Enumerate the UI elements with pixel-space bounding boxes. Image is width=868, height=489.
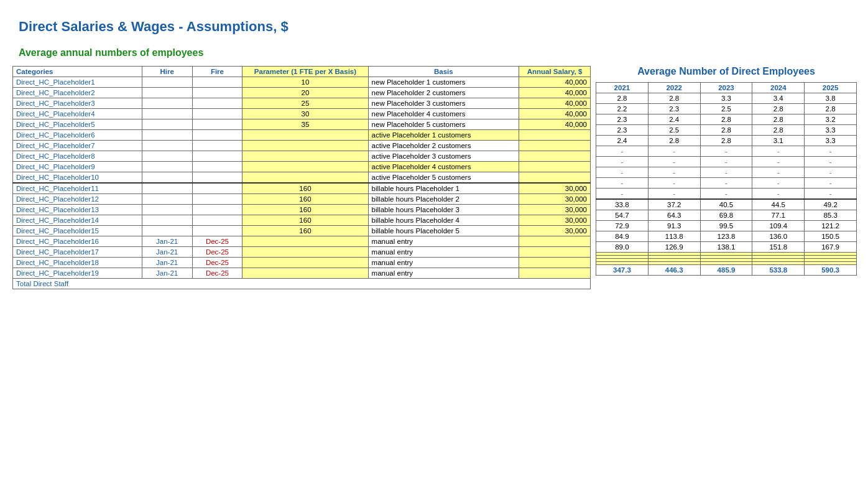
cell-value: 2.5 — [700, 104, 752, 114]
cell-salary — [519, 162, 590, 172]
table-row: Direct_HC_Placeholder13160billable hours… — [13, 205, 591, 215]
table-row: Direct_HC_Placeholder325new Placeholder … — [13, 98, 591, 109]
cell-hire — [142, 162, 192, 172]
table-row: Direct_HC_Placeholder14160billable hours… — [13, 215, 591, 226]
table-row: Direct_HC_Placeholder17Jan-21Dec-25manua… — [13, 247, 591, 258]
cell-salary: 30,000 — [519, 226, 590, 236]
cell-value: 3.8 — [805, 93, 857, 104]
cell-category: Direct_HC_Placeholder8 — [13, 151, 142, 162]
cell-value: 2.8 — [700, 136, 752, 146]
cell-fire — [192, 88, 242, 98]
table-row: Direct_HC_Placeholder11160billable hours… — [13, 183, 591, 194]
cell-fire: Dec-25 — [192, 268, 242, 279]
table-row: ----- — [596, 146, 857, 157]
cell-value: - — [648, 178, 700, 189]
cell-basis: active Placeholder 3 customers — [368, 151, 519, 162]
cell-basis: manual entry — [368, 236, 519, 247]
cell-param — [242, 151, 368, 162]
table-row: Direct_HC_Placeholder110new Placeholder … — [13, 77, 591, 88]
total-cell: 590.3 — [805, 265, 857, 276]
col-header-basis: Basis — [368, 67, 519, 77]
cell-hire: Jan-21 — [142, 268, 192, 279]
cell-hire — [142, 119, 192, 130]
cell-basis: new Placeholder 3 customers — [368, 98, 519, 109]
cell-basis: new Placeholder 2 customers — [368, 88, 519, 98]
cell-value: 72.9 — [596, 221, 649, 231]
cell-value: 2.5 — [648, 125, 700, 136]
cell-value: 2.2 — [596, 104, 649, 114]
right-section-title: Average Number of Direct Employees — [596, 66, 857, 77]
cell-value: 3.3 — [805, 136, 857, 146]
cell-salary: 30,000 — [519, 194, 590, 205]
cell-category: Direct_HC_Placeholder6 — [13, 130, 142, 141]
col-header-year: 2021 — [596, 83, 649, 93]
cell-value: - — [805, 178, 857, 189]
cell-hire — [142, 98, 192, 109]
cell-basis: new Placeholder 5 customers — [368, 119, 519, 130]
cell-value: - — [805, 157, 857, 167]
cell-hire — [142, 226, 192, 236]
cell-value: - — [700, 178, 752, 189]
cell-value: 37.2 — [648, 199, 700, 210]
cell-value: - — [648, 157, 700, 167]
cell-fire — [192, 162, 242, 172]
cell-param — [242, 247, 368, 258]
cell-value: 33.8 — [596, 199, 649, 210]
cell-salary: 40,000 — [519, 88, 590, 98]
table-row: ----- — [596, 178, 857, 189]
cell-value: 89.0 — [596, 242, 649, 253]
cell-param: 160 — [242, 215, 368, 226]
cell-salary: 30,000 — [519, 205, 590, 215]
page-title: Direct Salaries & Wages - Assumptions, $ — [19, 19, 856, 35]
cell-basis: active Placeholder 2 customers — [368, 141, 519, 151]
table-row: 2.42.82.83.13.3 — [596, 136, 857, 146]
cell-salary: 40,000 — [519, 98, 590, 109]
cell-value: 91.3 — [648, 221, 700, 231]
table-row: Direct_HC_Placeholder7active Placeholder… — [13, 141, 591, 151]
cell-value: 136.0 — [752, 231, 805, 242]
cell-param: 25 — [242, 98, 368, 109]
cell-param: 20 — [242, 88, 368, 98]
cell-basis: active Placeholder 1 customers — [368, 130, 519, 141]
cell-category: Direct_HC_Placeholder16 — [13, 236, 142, 247]
table-row: Direct_HC_Placeholder535new Placeholder … — [13, 119, 591, 130]
cell-salary: 30,000 — [519, 215, 590, 226]
cell-value: - — [752, 146, 805, 157]
cell-hire — [142, 77, 192, 88]
table-row: Direct_HC_Placeholder10active Placeholde… — [13, 172, 591, 184]
cell-value: 44.5 — [752, 199, 805, 210]
cell-basis: active Placeholder 4 customers — [368, 162, 519, 172]
cell-value: 138.1 — [700, 242, 752, 253]
right-table: 20212022202320242025 2.82.83.33.43.82.22… — [596, 82, 857, 276]
cell-param — [242, 172, 368, 184]
cell-value: 85.3 — [805, 210, 857, 221]
cell-value: 84.9 — [596, 231, 649, 242]
table-row: ----- — [596, 157, 857, 167]
cell-hire: Jan-21 — [142, 247, 192, 258]
cell-fire — [192, 183, 242, 194]
cell-hire — [142, 141, 192, 151]
cell-value: 40.5 — [700, 199, 752, 210]
cell-category: Direct_HC_Placeholder18 — [13, 258, 142, 268]
cell-value: 2.3 — [648, 104, 700, 114]
cell-value: 2.4 — [648, 114, 700, 125]
cell-value: 99.5 — [700, 221, 752, 231]
cell-fire — [192, 172, 242, 184]
cell-value: 121.2 — [805, 221, 857, 231]
cell-category: Direct_HC_Placeholder1 — [13, 77, 142, 88]
cell-value: 150.5 — [805, 231, 857, 242]
cell-value: 3.3 — [700, 93, 752, 104]
cell-value: 49.2 — [805, 199, 857, 210]
cell-basis: manual entry — [368, 247, 519, 258]
col-header-fire: Fire — [192, 67, 242, 77]
cell-salary: 30,000 — [519, 183, 590, 194]
col-header-year: 2022 — [648, 83, 700, 93]
cell-category: Direct_HC_Placeholder10 — [13, 172, 142, 184]
cell-hire — [142, 88, 192, 98]
cell-value: 77.1 — [752, 210, 805, 221]
col-header-year: 2024 — [752, 83, 805, 93]
cell-param: 160 — [242, 226, 368, 236]
cell-value: - — [805, 167, 857, 178]
total-cell: 446.3 — [648, 265, 700, 276]
total-row: Total Direct Staff — [13, 279, 591, 289]
